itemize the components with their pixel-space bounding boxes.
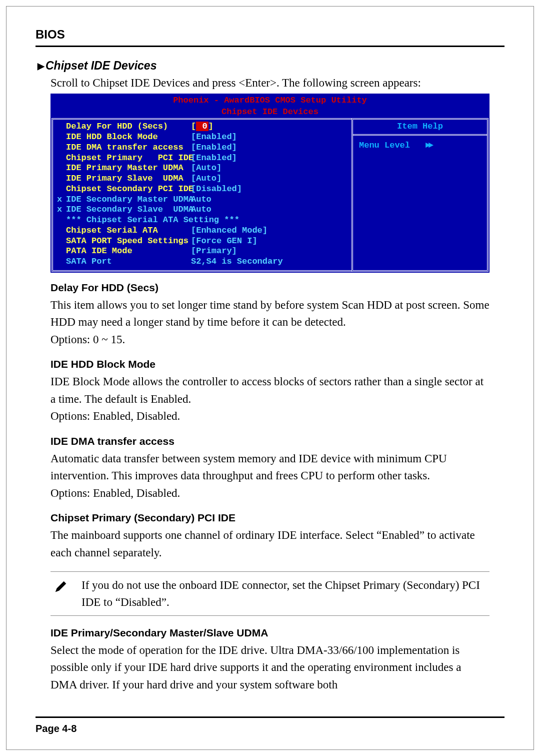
bios-row-label: IDE Secondary Master UDMA xyxy=(66,195,191,205)
arrows-icon: ►► xyxy=(426,141,432,150)
bios-row-label: IDE Primary Master UDMA xyxy=(66,163,191,174)
bios-row-label: Chipset Serial ATA xyxy=(66,226,191,236)
bios-row-value: Auto xyxy=(191,195,212,205)
bios-row-value: [Enhanced Mode] xyxy=(191,226,268,236)
bios-row-value: [Auto] xyxy=(191,163,222,174)
bios-row-prefix xyxy=(57,132,66,143)
bios-row: IDE HDD Block Mode[Enabled] xyxy=(57,132,348,143)
bios-row: xIDE Secondary Slave UDMAAuto xyxy=(57,205,348,215)
bios-row: IDE Primary Slave UDMA[Auto] xyxy=(57,174,348,184)
bios-highlighted-value: 0 xyxy=(196,122,208,131)
section-heading: IDE DMA transfer access xyxy=(50,435,490,447)
section-options: Options: 0 ~ 15. xyxy=(50,331,490,349)
section-options: Options: Enabled, Disabled. xyxy=(50,408,490,425)
bios-row-prefix xyxy=(57,246,66,257)
bios-row: Chipset Serial ATA[Enhanced Mode] xyxy=(57,226,348,236)
note-text: If you do not use the onboard IDE connec… xyxy=(82,577,486,610)
subsection-title: Chipset IDE Devices xyxy=(46,59,156,72)
bios-title-line1: Phoenix - AwardBIOS CMOS Setup Utility xyxy=(52,95,488,106)
bios-row-value: [Enabled] xyxy=(191,143,237,153)
bios-row-prefix xyxy=(57,153,66,164)
section-paragraph: Automatic data transfer between system m… xyxy=(50,450,490,485)
section-paragraph: IDE Block Mode allows the controller to … xyxy=(50,373,490,408)
intro-text: Scroll to Chipset IDE Devices and press … xyxy=(50,77,504,90)
bios-row: PATA IDE Mode[Primary] xyxy=(57,246,348,257)
bios-row-value: [Enabled] xyxy=(191,153,237,164)
bios-row-prefix xyxy=(57,163,66,174)
bios-row-prefix xyxy=(57,257,66,267)
bios-row-prefix: x xyxy=(57,205,66,215)
bios-row-label: SATA Port xyxy=(66,257,191,267)
bios-row: xIDE Secondary Master UDMAAuto xyxy=(57,195,348,205)
bios-row-prefix xyxy=(57,215,66,226)
section-heading: IDE HDD Block Mode xyxy=(50,358,490,370)
section-block: Delay For HDD (Secs)This item allows you… xyxy=(50,282,490,349)
subsection-heading: ▶Chipset IDE Devices xyxy=(38,59,504,73)
bios-row-label: Chipset Secondary PCI IDE xyxy=(66,184,191,195)
page-header: BIOS xyxy=(36,28,504,47)
section-paragraph: This item allows you to set longer time … xyxy=(50,297,490,331)
bios-row-label: *** Chipset Serial ATA Setting *** xyxy=(66,215,191,226)
bios-title-line2: Chipset IDE Devices xyxy=(52,106,488,118)
bios-row-label: Chipset Primary PCI IDE xyxy=(66,153,191,164)
bios-row-prefix xyxy=(57,184,66,195)
section-heading: Delay For HDD (Secs) xyxy=(50,282,490,294)
bios-help-header: Item Help xyxy=(353,120,487,136)
bios-row-label: PATA IDE Mode xyxy=(66,246,191,257)
section-block: IDE HDD Block ModeIDE Block Mode allows … xyxy=(50,358,490,425)
bios-right-pane: Item Help Menu Level ►► xyxy=(352,118,488,271)
section-options: Options: Enabled, Disabled. xyxy=(50,485,490,502)
bios-row-prefix xyxy=(57,143,66,153)
bios-row-label: IDE Primary Slave UDMA xyxy=(66,174,191,184)
section-ide-udma: IDE Primary/Secondary Master/Slave UDMA … xyxy=(50,627,490,694)
sections-container: Delay For HDD (Secs)This item allows you… xyxy=(36,282,504,562)
bios-row: Delay For HDD (Secs)[ 0] xyxy=(57,122,348,132)
bios-row: *** Chipset Serial ATA Setting *** xyxy=(57,215,348,226)
bios-row: SATA PORT Speed Settings[Force GEN I] xyxy=(57,236,348,247)
section-paragraph: Select the mode of operation for the IDE… xyxy=(50,642,490,694)
bios-row-label: SATA PORT Speed Settings xyxy=(66,236,191,247)
bios-row-prefix xyxy=(57,122,66,132)
page-footer: Page 4-8 xyxy=(36,716,504,734)
bios-row-prefix: x xyxy=(57,195,66,205)
bios-row-value: [ 0] xyxy=(191,122,214,132)
bios-row-label: IDE Secondary Slave UDMA xyxy=(66,205,191,215)
bios-row-value: S2,S4 is Secondary xyxy=(191,257,283,267)
bios-row-value: Auto xyxy=(191,205,212,215)
bios-row-value: [Auto] xyxy=(191,174,222,184)
bios-row-value: [Disabled] xyxy=(191,184,242,195)
section-block: IDE DMA transfer accessAutomatic data tr… xyxy=(50,435,490,502)
bios-row-value: [Primary] xyxy=(191,246,237,257)
pencil-icon xyxy=(54,577,68,596)
section-heading: IDE Primary/Secondary Master/Slave UDMA xyxy=(50,627,490,639)
bios-row-label: IDE HDD Block Mode xyxy=(66,132,191,143)
bios-screenshot: Phoenix - AwardBIOS CMOS Setup Utility C… xyxy=(50,94,490,273)
bios-row: SATA PortS2,S4 is Secondary xyxy=(57,257,348,267)
section-heading: Chipset Primary (Secondary) PCI IDE xyxy=(50,512,490,524)
triangle-right-icon: ▶ xyxy=(38,61,44,71)
bios-menu-level-label: Menu Level xyxy=(359,141,410,150)
bios-row: Chipset Secondary PCI IDE[Disabled] xyxy=(57,184,348,195)
note-block: If you do not use the onboard IDE connec… xyxy=(50,571,490,616)
page-frame: BIOS ▶Chipset IDE Devices Scroll to Chip… xyxy=(6,6,534,750)
bios-row: IDE Primary Master UDMA[Auto] xyxy=(57,163,348,174)
bios-row: IDE DMA transfer access[Enabled] xyxy=(57,143,348,153)
bios-left-pane: Delay For HDD (Secs)[ 0]IDE HDD Block Mo… xyxy=(52,118,352,271)
bios-row-label: Delay For HDD (Secs) xyxy=(66,122,191,132)
bios-row: Chipset Primary PCI IDE[Enabled] xyxy=(57,153,348,164)
bios-row-prefix xyxy=(57,236,66,247)
bios-row-value: [Enabled] xyxy=(191,132,237,143)
bios-row-label: IDE DMA transfer access xyxy=(66,143,191,153)
section-paragraph: The mainboard supports one channel of or… xyxy=(50,527,490,561)
bios-row-prefix xyxy=(57,174,66,184)
bios-help-body: Menu Level ►► xyxy=(353,136,487,156)
bios-body: Delay For HDD (Secs)[ 0]IDE HDD Block Mo… xyxy=(52,118,488,271)
bios-row-prefix xyxy=(57,226,66,236)
section-block: Chipset Primary (Secondary) PCI IDEThe m… xyxy=(50,512,490,561)
bios-row-value: [Force GEN I] xyxy=(191,236,258,247)
